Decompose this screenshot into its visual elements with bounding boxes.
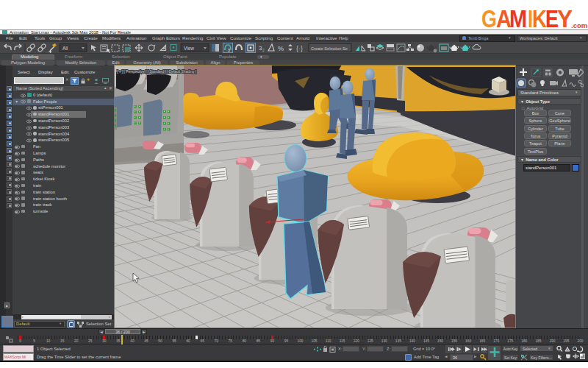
svg-text:View: View	[184, 46, 194, 51]
svg-text:Y: Y	[557, 5, 573, 30]
svg-text:%: %	[278, 45, 284, 52]
svg-text:All: All	[62, 46, 68, 51]
svg-text:G: G	[481, 5, 497, 30]
svg-text:3: 3	[228, 48, 230, 52]
svg-text:2: 2	[262, 48, 265, 52]
svg-text:[ + ] [ Perspective ] [ Standa: [ + ] [ Perspective ] [ Standard ] [ Def…	[117, 69, 196, 74]
svg-text:Create Selection Se: Create Selection Se	[311, 46, 348, 51]
svg-text:M: M	[509, 5, 527, 30]
svg-text:K: K	[532, 5, 547, 30]
svg-text:.com: .com	[571, 21, 587, 29]
svg-text:{·}: {·}	[296, 45, 303, 52]
